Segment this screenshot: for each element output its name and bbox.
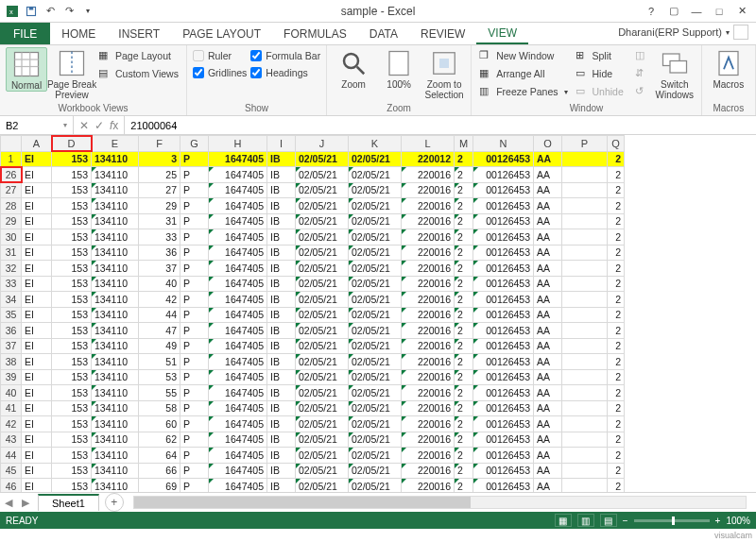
- sheet-nav-next-icon[interactable]: ▶: [17, 494, 34, 511]
- cell[interactable]: [562, 432, 608, 448]
- cell[interactable]: 220016: [402, 182, 455, 198]
- column-header[interactable]: F: [139, 136, 180, 152]
- cell[interactable]: 220016: [402, 369, 455, 385]
- cell[interactable]: AA: [534, 167, 562, 183]
- cell[interactable]: 2: [455, 400, 473, 416]
- row-header[interactable]: 41: [1, 400, 22, 416]
- cell[interactable]: P: [180, 354, 209, 370]
- cell[interactable]: 58: [139, 400, 180, 416]
- signin-user[interactable]: Dharani(ERP Support)▾: [618, 25, 748, 40]
- cell[interactable]: 2: [455, 369, 473, 385]
- cell[interactable]: 1647405: [209, 323, 267, 339]
- cell[interactable]: 2: [455, 292, 473, 308]
- cell[interactable]: 40: [139, 276, 180, 292]
- page-break-icon-status[interactable]: ▤: [600, 514, 617, 527]
- cell[interactable]: 02/05/21: [349, 276, 402, 292]
- cell[interactable]: 134110: [92, 463, 139, 479]
- macros-button[interactable]: Macros: [708, 47, 749, 90]
- cell[interactable]: 2: [608, 369, 625, 385]
- cell[interactable]: 1647405: [209, 400, 267, 416]
- cell[interactable]: 134110: [92, 385, 139, 401]
- row-header[interactable]: 28: [1, 198, 22, 214]
- cell[interactable]: 2: [608, 323, 625, 339]
- qat-dropdown-icon[interactable]: ▾: [79, 3, 96, 20]
- cell[interactable]: EI: [22, 167, 52, 183]
- cell[interactable]: 153: [52, 416, 92, 432]
- cell[interactable]: 02/05/21: [296, 261, 349, 277]
- help-icon[interactable]: ?: [641, 3, 662, 20]
- cell[interactable]: 47: [139, 323, 180, 339]
- custom-views-button[interactable]: ▤Custom Views: [96, 65, 180, 82]
- cell[interactable]: 02/05/21: [296, 448, 349, 464]
- tab-page-layout[interactable]: PAGE LAYOUT: [171, 23, 272, 44]
- cell[interactable]: EI: [22, 463, 52, 479]
- cell[interactable]: AA: [534, 229, 562, 246]
- cell[interactable]: 02/05/21: [296, 213, 349, 229]
- cell[interactable]: 00126453: [473, 323, 534, 339]
- cell[interactable]: 134110: [92, 245, 139, 261]
- cell[interactable]: 02/05/21: [349, 323, 402, 339]
- unhide-button[interactable]: ▭Unhide: [574, 83, 626, 100]
- cell[interactable]: EI: [22, 338, 52, 354]
- cell[interactable]: 02/05/21: [349, 448, 402, 464]
- tab-review[interactable]: REVIEW: [409, 23, 476, 44]
- cell[interactable]: IB: [267, 432, 296, 448]
- cell[interactable]: 1647405: [209, 182, 267, 198]
- cell[interactable]: 02/05/21: [296, 323, 349, 339]
- cell[interactable]: 00126453: [473, 338, 534, 354]
- cell[interactable]: 220016: [402, 245, 455, 261]
- redo-icon[interactable]: ↷: [60, 3, 77, 20]
- cell[interactable]: P: [180, 448, 209, 464]
- row-header[interactable]: 26: [1, 167, 22, 183]
- ribbon-options-icon[interactable]: ▢: [663, 3, 684, 20]
- formula-bar-checkbox[interactable]: Formula Bar: [250, 47, 320, 63]
- cell[interactable]: 134110: [92, 276, 139, 292]
- cell[interactable]: 02/05/21: [296, 463, 349, 479]
- cell[interactable]: 02/05/21: [296, 182, 349, 198]
- cell[interactable]: 2: [608, 448, 625, 464]
- cell[interactable]: 02/05/21: [349, 198, 402, 214]
- tab-formulas[interactable]: FORMULAS: [272, 23, 358, 44]
- cell[interactable]: AA: [534, 400, 562, 416]
- cell[interactable]: 02/05/21: [349, 338, 402, 354]
- cell[interactable]: 2: [455, 448, 473, 464]
- cell[interactable]: 2: [455, 245, 473, 261]
- cell[interactable]: 134110: [92, 182, 139, 198]
- cell[interactable]: 153: [52, 307, 92, 323]
- cell[interactable]: IB: [267, 416, 296, 432]
- sheet-tab-sheet1[interactable]: Sheet1: [38, 494, 99, 511]
- cell[interactable]: 02/05/21: [349, 151, 402, 167]
- cell[interactable]: 00126453: [473, 369, 534, 385]
- cell[interactable]: 02/05/21: [349, 213, 402, 229]
- cell[interactable]: 2: [608, 151, 625, 167]
- cell[interactable]: 00126453: [473, 198, 534, 214]
- sheet-nav-prev-icon[interactable]: ◀: [0, 494, 17, 511]
- cell[interactable]: P: [180, 385, 209, 401]
- row-header[interactable]: 39: [1, 369, 22, 385]
- cell[interactable]: 60: [139, 416, 180, 432]
- cell[interactable]: 1647405: [209, 354, 267, 370]
- row-header[interactable]: 36: [1, 323, 22, 339]
- cell[interactable]: IB: [267, 323, 296, 339]
- cell[interactable]: 02/05/21: [296, 151, 349, 167]
- cell[interactable]: 134110: [92, 213, 139, 229]
- cell[interactable]: EI: [22, 416, 52, 432]
- cell[interactable]: EI: [22, 369, 52, 385]
- cell[interactable]: 2: [608, 463, 625, 479]
- zoom-to-selection-button[interactable]: Zoom to Selection: [423, 47, 465, 100]
- cell[interactable]: AA: [534, 307, 562, 323]
- cell[interactable]: 00126453: [473, 151, 534, 167]
- undo-icon[interactable]: ↶: [42, 3, 59, 20]
- cell[interactable]: 00126453: [473, 245, 534, 261]
- cell[interactable]: 134110: [92, 369, 139, 385]
- cell[interactable]: 1647405: [209, 213, 267, 229]
- cell[interactable]: 134110: [92, 323, 139, 339]
- cell[interactable]: 2: [455, 213, 473, 229]
- column-header[interactable]: P: [562, 136, 608, 152]
- cell[interactable]: 02/05/21: [349, 261, 402, 277]
- cell[interactable]: 02/05/21: [296, 400, 349, 416]
- cell[interactable]: 2: [608, 292, 625, 308]
- cell[interactable]: 153: [52, 369, 92, 385]
- page-break-preview-button[interactable]: Page Break Preview: [51, 47, 93, 100]
- cell[interactable]: 02/05/21: [296, 338, 349, 354]
